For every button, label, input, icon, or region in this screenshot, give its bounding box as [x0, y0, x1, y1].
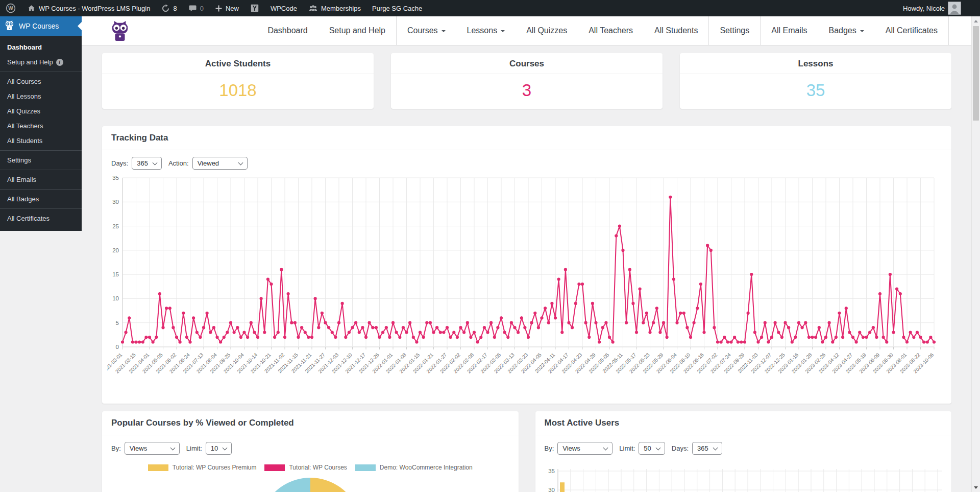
popular-courses-pie-chart: [257, 475, 364, 492]
sidebar-item-all-teachers[interactable]: All Teachers: [0, 119, 82, 133]
chevron-down-icon: [152, 160, 157, 165]
sidebar-item-dashboard[interactable]: Dashboard: [0, 40, 82, 55]
sidebar-separator: [0, 208, 82, 209]
svg-text:0: 0: [116, 344, 119, 350]
memberships-button[interactable]: Memberships: [303, 0, 366, 16]
wpcode-button[interactable]: WPCode: [265, 0, 303, 16]
stat-card-value: 1018: [102, 74, 374, 109]
svg-text:30: 30: [548, 487, 555, 492]
comment-icon: [188, 4, 197, 13]
svg-text:10: 10: [112, 295, 119, 301]
by-select[interactable]: Views: [557, 442, 612, 455]
updates-button[interactable]: 8: [156, 0, 182, 16]
svg-text:30: 30: [112, 199, 119, 205]
sidebar-item-all-certificates[interactable]: All Certificates: [0, 211, 82, 226]
legend-item[interactable]: Tutorial: WP Courses: [264, 464, 347, 471]
site-title: WP Courses - WordPress LMS Plugin: [39, 5, 150, 12]
limit-select[interactable]: 10: [206, 442, 232, 455]
nav-all-emails[interactable]: All Emails: [761, 16, 818, 45]
sidebar-wp-courses[interactable]: WP Courses: [0, 16, 82, 36]
vertical-scrollbar[interactable]: [971, 16, 980, 492]
sidebar-separator: [0, 72, 82, 72]
site-link[interactable]: WP Courses - WordPress LMS Plugin: [21, 0, 156, 16]
nav-badges-dropdown[interactable]: Badges: [818, 16, 874, 45]
purge-cache-label: Purge SG Cache: [372, 5, 422, 12]
limit-label: Limit:: [619, 444, 635, 452]
nav-all-quizzes[interactable]: All Quizzes: [516, 16, 578, 45]
arrow-up-icon: [974, 18, 978, 22]
sidebar-item-all-students[interactable]: All Students: [0, 133, 82, 148]
sidebar-item-setup-and-help[interactable]: Setup and Helpi: [0, 55, 82, 69]
chevron-down-icon: [501, 30, 505, 34]
nav-all-students[interactable]: All Students: [644, 16, 708, 45]
limit-select[interactable]: 50: [639, 442, 665, 455]
legend-item[interactable]: Tutorial: WP Courses Premium: [148, 464, 257, 471]
howdy-text: Howdy, Nicole: [903, 5, 945, 12]
comments-button[interactable]: 0: [183, 0, 209, 16]
days-select[interactable]: 365: [692, 442, 722, 455]
nav-all-certificates[interactable]: All Certificates: [875, 16, 948, 45]
wordpress-logo-icon: W: [6, 3, 16, 13]
limit-label: Limit:: [186, 444, 202, 452]
chevron-down-icon: [860, 30, 864, 34]
svg-text:5: 5: [116, 320, 119, 326]
yoast-button[interactable]: [244, 0, 265, 16]
nav-setup-and-help[interactable]: Setup and Help: [318, 16, 396, 45]
action-label: Action:: [168, 159, 189, 167]
nav-courses-dropdown[interactable]: Courses: [397, 16, 456, 45]
svg-text:25: 25: [112, 223, 119, 229]
wordpress-menu-button[interactable]: W: [0, 0, 21, 16]
stat-card-value: 35: [680, 74, 951, 109]
sidebar-separator: [0, 150, 82, 151]
by-select[interactable]: Views: [125, 442, 180, 455]
action-select[interactable]: Viewed: [192, 157, 248, 170]
wpcode-label: WPCode: [271, 5, 297, 12]
sidebar-item-settings[interactable]: Settings: [0, 153, 82, 168]
sidebar-item-all-emails[interactable]: All Emails: [0, 172, 82, 187]
by-label: By:: [111, 444, 121, 452]
days-label: Days:: [111, 159, 128, 167]
nav-lessons-dropdown[interactable]: Lessons: [456, 16, 516, 45]
nav-settings[interactable]: Settings: [709, 16, 760, 45]
plus-icon: [215, 5, 223, 12]
days-label: Days:: [672, 444, 689, 452]
nav-dashboard[interactable]: Dashboard: [257, 16, 318, 45]
sidebar-title: WP Courses: [19, 22, 59, 30]
scroll-down-button[interactable]: [972, 483, 980, 492]
updates-count: 8: [173, 5, 177, 12]
scroll-up-button[interactable]: [972, 16, 980, 25]
chevron-down-icon: [655, 445, 660, 450]
most-active-users-panel: Most Active Users By: Views Limit: 50 Da…: [535, 411, 952, 492]
purge-cache-button[interactable]: Purge SG Cache: [366, 0, 428, 16]
chevron-down-icon: [603, 445, 608, 450]
tracking-panel-title: Tracking Data: [102, 126, 951, 150]
stat-card-title: Courses: [391, 53, 663, 74]
stat-card-courses: Courses 3: [391, 53, 663, 109]
new-button[interactable]: New: [209, 0, 244, 16]
sidebar-separator: [0, 189, 82, 190]
nav-all-teachers[interactable]: All Teachers: [578, 16, 644, 45]
sidebar-item-all-badges[interactable]: All Badges: [0, 192, 82, 206]
chevron-down-icon: [238, 160, 243, 165]
arrow-down-icon: [974, 486, 978, 491]
tracking-data-panel: Tracking Data Days: 365 Action: Viewed 0…: [102, 126, 951, 404]
account-menu[interactable]: Howdy, Nicole: [897, 0, 967, 16]
legend-swatch: [264, 464, 285, 471]
sidebar-item-all-lessons[interactable]: All Lessons: [0, 89, 82, 104]
svg-text:W: W: [8, 6, 13, 11]
sidebar-item-all-courses[interactable]: All Courses: [0, 74, 82, 89]
most-active-users-title: Most Active Users: [535, 411, 952, 435]
chevron-down-icon: [713, 445, 718, 450]
svg-text:15: 15: [112, 271, 119, 277]
scrollbar-thumb[interactable]: [973, 26, 979, 121]
home-icon: [27, 4, 36, 13]
memberships-label: Memberships: [321, 5, 361, 12]
pie-legend: Tutorial: WP Courses Premium Tutorial: W…: [102, 459, 519, 472]
days-select[interactable]: 365: [132, 157, 162, 170]
legend-item[interactable]: Demo: WooCommerce Integration: [355, 464, 473, 471]
sidebar-item-all-quizzes[interactable]: All Quizzes: [0, 104, 82, 119]
people-icon: [308, 4, 318, 13]
popular-courses-title: Popular Courses by % Viewed or Completed: [102, 411, 519, 435]
tracking-line-chart: 051015202530352021-03-012021-03-152021-0…: [102, 174, 951, 404]
svg-text:20: 20: [112, 247, 119, 253]
